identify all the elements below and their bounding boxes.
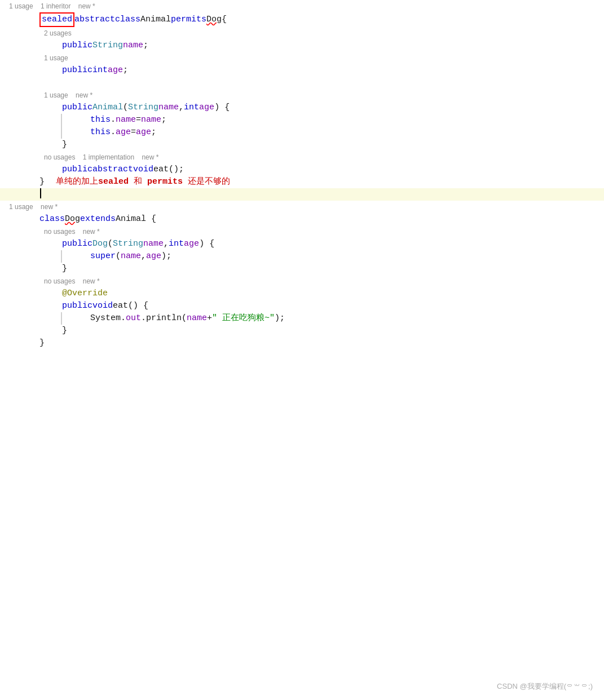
top-hint-line: 1 usage 1 inheritor new * (0, 0, 604, 12)
hint-override-text: no usages new * (5, 275, 100, 287)
dot1: . (111, 114, 116, 126)
ctor-paren-close: ) { (214, 101, 230, 114)
outer-brace-line: } 单纯的加上sealed 和 permits 还是不够的 (0, 176, 604, 188)
age-field: age (108, 64, 123, 77)
println-close: ); (275, 312, 285, 325)
println-line: System. out .println( name + " 正在吃狗粮~" )… (0, 312, 604, 325)
this-kw-name: this (90, 114, 111, 126)
animal-classname: Animal (140, 14, 171, 26)
eat-method-name: eat (153, 163, 169, 176)
this-age-line: this . age = age ; (0, 126, 604, 139)
abstract-keyword: abstract (74, 14, 115, 26)
comma-super: , (141, 250, 146, 263)
name-value: name (141, 114, 161, 126)
block-bar-1 (61, 114, 62, 126)
hint-dog-ctor: no usages new * (0, 225, 604, 238)
hint-1usage-age: 1 usage (0, 52, 604, 64)
hint-dog-class: 1 usage new * (0, 201, 604, 213)
comment-permits-bold: permits (147, 177, 183, 187)
dog-classname-permits: Dog (206, 14, 222, 26)
plus-sign: + (207, 312, 212, 325)
comment-inline: 单纯的加上sealed 和 permits 还是不够的 (56, 176, 230, 188)
comment-chinese: 单纯的加上 (56, 177, 98, 187)
dog-ctor-paren-open: ( (108, 238, 113, 250)
name-param: name (158, 101, 179, 114)
sealed-keyword: sealed (39, 12, 74, 27)
ctor-paren-open: ( (123, 101, 128, 114)
dog-ctor-name: Dog (92, 238, 108, 250)
super-call-line: super ( name , age ); (0, 250, 604, 263)
comment-suffix: 还是不够的 (183, 177, 230, 187)
public-kw-name: public (62, 39, 92, 52)
hint-eat-abstract: no usages 1 implementation new * (0, 151, 604, 163)
super-kw: super (90, 250, 116, 263)
void-kw-eat: void (133, 163, 153, 176)
public-kw-dog-ctor: public (62, 238, 92, 250)
abstract-kw-eat: abstract (92, 163, 133, 176)
println-method: .println( (141, 312, 187, 325)
dog-classname: Dog (65, 213, 80, 225)
final-brace-line: } (0, 337, 604, 349)
eat-parens: (); (169, 163, 184, 176)
name-field-line: public String name ; (0, 39, 604, 52)
age-value: age (136, 126, 151, 139)
string-type-param: String (128, 101, 158, 114)
comment-sealed-bold: sealed (98, 177, 129, 187)
brace-close-dog-ctor: } (62, 263, 67, 275)
dog-ctor-paren-close: ) { (199, 238, 214, 250)
eat-method-line: public void eat () { (0, 300, 604, 312)
hint-dog-text: 1 usage new * (5, 201, 58, 213)
int-type-param: int (184, 101, 199, 114)
dot2: . (111, 126, 116, 139)
name-field: name (123, 39, 143, 52)
eat-impl-name: eat (113, 300, 128, 312)
age-param-dog: age (184, 238, 199, 250)
super-paren-close: ); (161, 250, 171, 263)
comma-dog: , (164, 238, 169, 250)
semicolon4: ; (151, 126, 156, 139)
final-brace: } (39, 337, 45, 349)
brace-close-eat: } (62, 325, 67, 337)
top-hint-text: 1 usage 1 inheritor new * (5, 0, 95, 12)
public-kw-eat: public (62, 163, 92, 176)
override-annotation: @Override (62, 287, 108, 300)
block-bar-2 (61, 126, 62, 139)
comma1: , (179, 101, 184, 114)
eat-abstract-line: public abstract void eat (); (0, 163, 604, 176)
string-type: String (92, 39, 123, 52)
int-type-dog: int (169, 238, 184, 250)
animal-extends: Animal { (116, 213, 156, 225)
hint-2usages-text: 2 usages (5, 27, 72, 39)
name-arg: name (187, 312, 207, 325)
this-age-field: age (116, 126, 131, 139)
system-class: System. (90, 312, 126, 325)
semicolon2: ; (123, 64, 128, 77)
public-kw-eat-impl: public (62, 300, 92, 312)
blank-line-1 (0, 77, 604, 89)
close-brace-eat: } (0, 325, 604, 337)
class-kw-dog: class (39, 213, 65, 225)
cursor-line (0, 188, 604, 201)
super-paren-open: ( (116, 250, 121, 263)
this-name-field: name (116, 114, 136, 126)
class-keyword: class (115, 14, 140, 26)
block-bar-dog (61, 250, 62, 263)
void-kw-eat-impl: void (92, 300, 113, 312)
assign1: = (136, 114, 141, 126)
string-type-dog: String (113, 238, 143, 250)
outer-brace-close: } (39, 176, 45, 188)
int-type-age: int (92, 64, 108, 77)
permits-keyword: permits (171, 14, 206, 26)
brace-close-ctor: } (62, 139, 67, 151)
override-line: @Override (0, 287, 604, 300)
hint-1usage-text: 1 usage (5, 52, 68, 64)
block-bar-eat (61, 312, 62, 325)
close-brace-ctor: } (0, 139, 604, 151)
dog-class-line: class Dog extends Animal { (0, 213, 604, 225)
animal-ctor-name: Animal (92, 101, 123, 114)
public-kw-ctor: public (62, 101, 92, 114)
this-kw-age: this (90, 126, 111, 139)
semicolon1: ; (143, 39, 148, 52)
extends-kw: extends (80, 213, 116, 225)
out-field: out (126, 312, 141, 325)
